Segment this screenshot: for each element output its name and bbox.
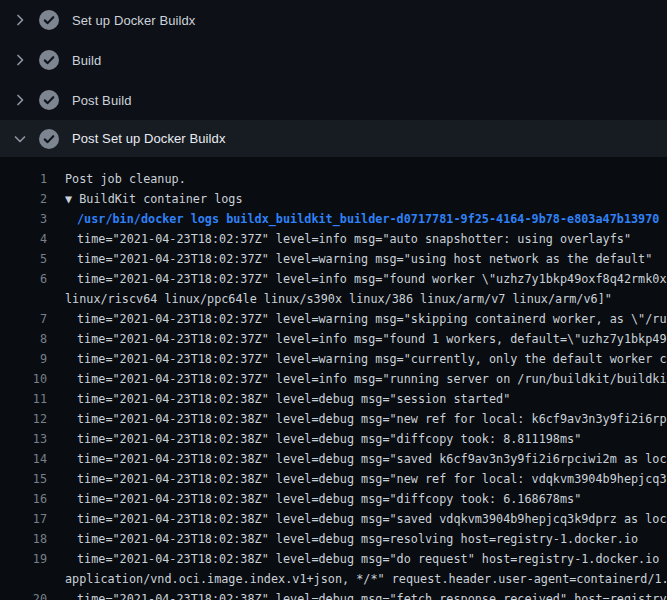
line-number[interactable]: 10 xyxy=(0,369,47,389)
log-text: time="2021-04-23T18:02:37Z" level=info m… xyxy=(47,329,667,349)
step-label: Post Build xyxy=(72,93,132,108)
log-line: 1 Post job cleanup. xyxy=(0,169,667,189)
log-line: 10 time="2021-04-23T18:02:37Z" level=inf… xyxy=(0,369,667,389)
line-number[interactable]: 12 xyxy=(0,409,47,429)
log-line: 17 time="2021-04-23T18:02:38Z" level=deb… xyxy=(0,509,667,529)
log-text: time="2021-04-23T18:02:38Z" level=debug … xyxy=(47,469,667,489)
log-text: time="2021-04-23T18:02:37Z" level=warnin… xyxy=(47,249,652,269)
log-text: application/vnd.oci.image.index.v1+json,… xyxy=(47,569,667,589)
line-number[interactable]: 17 xyxy=(0,509,47,529)
workflow-log-viewer: Set up Docker Buildx Build P xyxy=(0,0,667,600)
step-label: Post Set up Docker Buildx xyxy=(72,131,226,146)
log-text: time="2021-04-23T18:02:38Z" level=debug … xyxy=(47,409,667,429)
step-label: Build xyxy=(72,53,101,68)
log-text: time="2021-04-23T18:02:38Z" level=debug … xyxy=(47,429,581,449)
check-circle-icon xyxy=(39,50,59,70)
line-number[interactable]: 7 xyxy=(0,309,47,329)
check-circle-icon xyxy=(39,129,59,149)
log-text: time="2021-04-23T18:02:38Z" level=debug … xyxy=(47,529,638,549)
line-number[interactable] xyxy=(0,569,47,589)
log-line: 5 time="2021-04-23T18:02:37Z" level=warn… xyxy=(0,249,667,269)
log-line: 16 time="2021-04-23T18:02:38Z" level=deb… xyxy=(0,489,667,509)
log-text: time="2021-04-23T18:02:37Z" level=info m… xyxy=(47,369,667,389)
log-line: 7 time="2021-04-23T18:02:37Z" level=warn… xyxy=(0,309,667,329)
log-line: linux/riscv64 linux/ppc64le linux/s390x … xyxy=(0,289,667,309)
log-line: 20 time="2021-04-23T18:02:38Z" level=deb… xyxy=(0,589,667,600)
step-row-0[interactable]: Set up Docker Buildx xyxy=(0,0,667,40)
chevron-right-icon xyxy=(12,12,28,28)
line-number[interactable]: 5 xyxy=(0,249,47,269)
log-text: time="2021-04-23T18:02:38Z" level=debug … xyxy=(47,389,510,409)
log-text: linux/riscv64 linux/ppc64le linux/s390x … xyxy=(47,289,612,309)
log-line: 2 ▼ BuildKit container logs xyxy=(0,189,667,209)
log-text: time="2021-04-23T18:02:37Z" level=info m… xyxy=(47,269,667,289)
chevron-right-icon xyxy=(12,52,28,68)
line-number[interactable]: 11 xyxy=(0,389,47,409)
step-row-1[interactable]: Build xyxy=(0,40,667,80)
log-text: time="2021-04-23T18:02:38Z" level=debug … xyxy=(47,549,667,569)
log-line: 12 time="2021-04-23T18:02:38Z" level=deb… xyxy=(0,409,667,429)
line-number[interactable]: 1 xyxy=(0,169,47,189)
log-line: 13 time="2021-04-23T18:02:38Z" level=deb… xyxy=(0,429,667,449)
log-panel: 1 Post job cleanup. 2 ▼ BuildKit contain… xyxy=(0,157,667,600)
log-text[interactable]: ▼ BuildKit container logs xyxy=(47,189,243,209)
log-line: 6 time="2021-04-23T18:02:37Z" level=info… xyxy=(0,269,667,289)
check-circle-icon xyxy=(39,90,59,110)
step-list: Set up Docker Buildx Build P xyxy=(0,0,667,157)
line-number[interactable]: 19 xyxy=(0,549,47,569)
chevron-right-icon xyxy=(12,92,28,108)
line-number[interactable]: 20 xyxy=(0,589,47,600)
log-text: time="2021-04-23T18:02:38Z" level=debug … xyxy=(47,509,667,529)
log-text: Post job cleanup. xyxy=(47,169,186,189)
line-number[interactable]: 15 xyxy=(0,469,47,489)
log-line: 14 time="2021-04-23T18:02:38Z" level=deb… xyxy=(0,449,667,469)
line-number[interactable]: 9 xyxy=(0,349,47,369)
line-number[interactable]: 18 xyxy=(0,529,47,549)
line-number[interactable]: 8 xyxy=(0,329,47,349)
log-line: 19 time="2021-04-23T18:02:38Z" level=deb… xyxy=(0,549,667,569)
line-number[interactable]: 4 xyxy=(0,229,47,249)
log-text: time="2021-04-23T18:02:38Z" level=debug … xyxy=(47,589,667,600)
line-number[interactable]: 3 xyxy=(0,209,47,229)
log-text: time="2021-04-23T18:02:38Z" level=debug … xyxy=(47,449,667,469)
log-line: 9 time="2021-04-23T18:02:37Z" level=warn… xyxy=(0,349,667,369)
log-text: time="2021-04-23T18:02:38Z" level=debug … xyxy=(47,489,581,509)
log-text: time="2021-04-23T18:02:37Z" level=warnin… xyxy=(47,309,667,329)
log-text: time="2021-04-23T18:02:37Z" level=warnin… xyxy=(47,349,667,369)
log-text: time="2021-04-23T18:02:37Z" level=info m… xyxy=(47,229,631,249)
chevron-down-icon xyxy=(12,131,28,147)
line-number[interactable]: 13 xyxy=(0,429,47,449)
step-row-2[interactable]: Post Build xyxy=(0,80,667,120)
group-toggle-triangle-icon[interactable]: ▼ xyxy=(65,192,79,206)
check-circle-icon xyxy=(39,10,59,30)
log-line: 18 time="2021-04-23T18:02:38Z" level=deb… xyxy=(0,529,667,549)
line-number[interactable]: 14 xyxy=(0,449,47,469)
line-number[interactable]: 6 xyxy=(0,269,47,289)
log-line: 3 /usr/bin/docker logs buildx_buildkit_b… xyxy=(0,209,667,229)
log-text: /usr/bin/docker logs buildx_buildkit_bui… xyxy=(47,209,659,229)
line-number[interactable]: 2 xyxy=(0,189,47,209)
line-number[interactable]: 16 xyxy=(0,489,47,509)
log-line: 4 time="2021-04-23T18:02:37Z" level=info… xyxy=(0,229,667,249)
log-line: application/vnd.oci.image.index.v1+json,… xyxy=(0,569,667,589)
log-line: 11 time="2021-04-23T18:02:38Z" level=deb… xyxy=(0,389,667,409)
step-label: Set up Docker Buildx xyxy=(72,13,195,28)
step-row-3[interactable]: Post Set up Docker Buildx xyxy=(0,120,667,157)
log-line: 8 time="2021-04-23T18:02:37Z" level=info… xyxy=(0,329,667,349)
line-number[interactable] xyxy=(0,289,47,309)
log-line: 15 time="2021-04-23T18:02:38Z" level=deb… xyxy=(0,469,667,489)
